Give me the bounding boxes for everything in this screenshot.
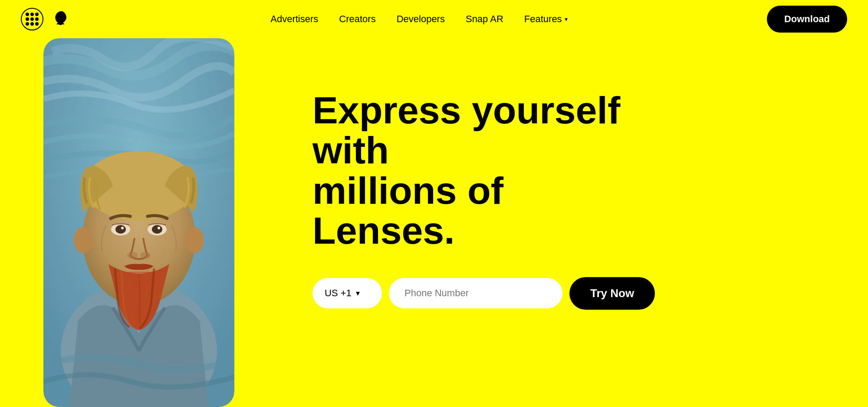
nav-creators[interactable]: Creators — [339, 13, 375, 25]
chevron-down-icon: ▾ — [565, 16, 568, 23]
nav-snap-ar[interactable]: Snap AR — [466, 13, 503, 25]
svg-point-11 — [152, 225, 162, 234]
svg-point-14 — [127, 252, 138, 259]
hero-title-line2: millions of Lenses. — [312, 169, 503, 252]
hero-image-container — [43, 38, 278, 407]
navbar-left — [21, 8, 71, 30]
features-label: Features — [524, 13, 562, 25]
country-code-selector[interactable]: US +1 ▾ — [312, 278, 382, 308]
svg-point-7 — [185, 227, 204, 253]
grid-icon — [26, 13, 39, 26]
hero-section: Express yourself with millions of Lenses… — [0, 38, 868, 407]
hero-painting — [43, 38, 234, 407]
dropdown-chevron-icon: ▾ — [356, 288, 360, 298]
apps-menu-button[interactable] — [21, 8, 43, 30]
navbar-center: Advertisers Creators Developers Snap AR … — [270, 13, 567, 25]
try-now-button[interactable]: Try Now — [569, 277, 655, 310]
country-code-label: US +1 — [325, 288, 352, 299]
svg-point-13 — [158, 227, 160, 229]
hero-title: Express yourself with millions of Lenses… — [312, 90, 651, 251]
svg-point-6 — [74, 227, 93, 253]
hero-form: US +1 ▾ Try Now — [312, 277, 833, 310]
snapchat-logo[interactable] — [52, 10, 71, 29]
navbar: Advertisers Creators Developers Snap AR … — [0, 0, 868, 38]
nav-developers[interactable]: Developers — [397, 13, 445, 25]
download-button[interactable]: Download — [767, 6, 847, 33]
svg-point-10 — [115, 225, 126, 234]
svg-point-12 — [121, 227, 124, 229]
hero-content: Express yourself with millions of Lenses… — [278, 90, 868, 310]
nav-features[interactable]: Features ▾ — [524, 13, 568, 25]
hero-title-line1: Express yourself with — [312, 89, 620, 172]
phone-number-input[interactable] — [389, 278, 562, 308]
nav-advertisers[interactable]: Advertisers — [270, 13, 318, 25]
svg-point-15 — [140, 252, 151, 259]
